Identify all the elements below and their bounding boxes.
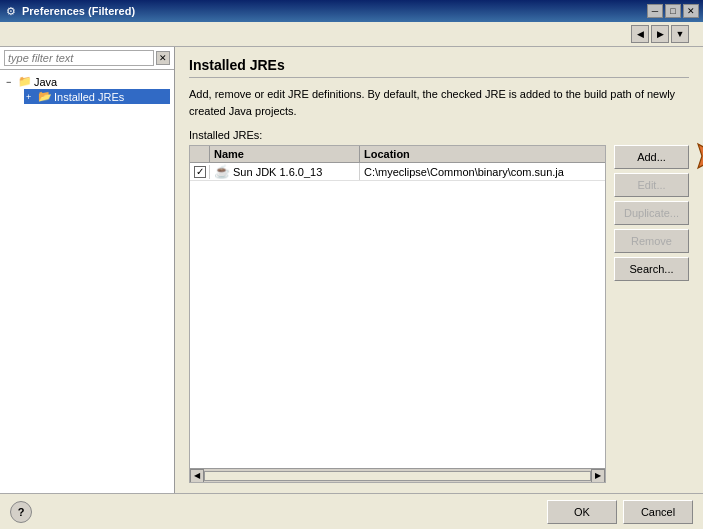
left-panel: ✕ − 📁 Java + 📂 Installed JREs — [0, 47, 175, 493]
th-checkbox — [190, 146, 210, 162]
panel-title: Installed JREs — [189, 57, 689, 78]
td-checkbox[interactable]: ✓ — [190, 165, 210, 179]
edit-button-label: Edit... — [637, 179, 665, 191]
nav-dropdown-button[interactable]: ▼ — [671, 25, 689, 43]
content-area: ✕ − 📁 Java + 📂 Installed JREs I — [0, 47, 703, 493]
filter-clear-button[interactable]: ✕ — [156, 51, 170, 65]
title-bar-controls: ─ □ ✕ — [647, 4, 699, 18]
jre-section: Name Location ✓ ☕ Sun JDK 1.6.0_13 — [189, 145, 689, 483]
top-nav-bar: ◀ ▶ ▼ — [0, 22, 703, 47]
duplicate-button-label: Duplicate... — [624, 207, 679, 219]
hscroll-bar[interactable] — [204, 471, 591, 481]
edit-button[interactable]: Edit... — [614, 173, 689, 197]
filter-input[interactable] — [4, 50, 154, 66]
add-button-label: Add... — [637, 151, 666, 163]
svg-marker-0 — [698, 144, 703, 168]
td-location: C:\myeclipse\Common\binary\com.sun.ja — [360, 165, 605, 179]
java-expander: − — [6, 77, 16, 87]
close-button[interactable]: ✕ — [683, 4, 699, 18]
button-column: Add... Edit... Duplicate... — [614, 145, 689, 483]
hscroll-left-button[interactable]: ◀ — [190, 469, 204, 483]
jre-table: Name Location ✓ ☕ Sun JDK 1.6.0_13 — [189, 145, 606, 483]
jre-name-text: Sun JDK 1.6.0_13 — [233, 166, 322, 178]
java-label: Java — [34, 76, 57, 88]
window-body: ◀ ▶ ▼ ✕ − 📁 Java + 📂 Installed — [0, 22, 703, 529]
add-arrow-indicator — [690, 142, 703, 172]
panel-description: Add, remove or edit JRE definitions. By … — [189, 86, 689, 119]
hscroll-row: ◀ ▶ — [190, 468, 605, 482]
installed-jres-icon: 📂 — [38, 90, 52, 103]
search-button-label: Search... — [629, 263, 673, 275]
preferences-icon: ⚙ — [4, 4, 18, 18]
th-location: Location — [360, 146, 605, 162]
maximize-button[interactable]: □ — [665, 4, 681, 18]
bottom-right-buttons: OK Cancel — [547, 500, 693, 524]
tree-area: − 📁 Java + 📂 Installed JREs — [0, 70, 174, 493]
table-body: ✓ ☕ Sun JDK 1.6.0_13 C:\myeclipse\Common… — [190, 163, 605, 468]
th-name: Name — [210, 146, 360, 162]
title-bar-left: ⚙ Preferences (Filtered) — [4, 4, 135, 18]
cancel-button[interactable]: Cancel — [623, 500, 693, 524]
installed-jres-label: Installed JREs — [54, 91, 124, 103]
search-button[interactable]: Search... — [614, 257, 689, 281]
java-folder-icon: 📁 — [18, 75, 32, 88]
installed-jres-label: Installed JREs: — [189, 129, 689, 141]
duplicate-button[interactable]: Duplicate... — [614, 201, 689, 225]
back-button[interactable]: ◀ — [631, 25, 649, 43]
ok-button[interactable]: OK — [547, 500, 617, 524]
filter-box: ✕ — [0, 47, 174, 70]
td-name: ☕ Sun JDK 1.6.0_13 — [210, 163, 360, 180]
jre-icon: ☕ — [214, 164, 230, 179]
right-panel: Installed JREs Add, remove or edit JRE d… — [175, 47, 703, 493]
checkbox-checked: ✓ — [194, 166, 206, 178]
forward-button[interactable]: ▶ — [651, 25, 669, 43]
minimize-button[interactable]: ─ — [647, 4, 663, 18]
tree-java-children: + 📂 Installed JREs — [4, 89, 170, 104]
tree-item-installed-jres[interactable]: + 📂 Installed JREs — [24, 89, 170, 104]
tree-item-java[interactable]: − 📁 Java — [4, 74, 170, 89]
installed-jres-expander: + — [26, 92, 36, 102]
remove-button-label: Remove — [631, 235, 672, 247]
help-button[interactable]: ? — [10, 501, 32, 523]
table-row[interactable]: ✓ ☕ Sun JDK 1.6.0_13 C:\myeclipse\Common… — [190, 163, 605, 181]
hscroll-right-button[interactable]: ▶ — [591, 469, 605, 483]
title-bar-title: Preferences (Filtered) — [22, 5, 135, 17]
add-button[interactable]: Add... — [614, 145, 689, 169]
title-bar: ⚙ Preferences (Filtered) ─ □ ✕ — [0, 0, 703, 22]
bottom-bar: ? OK Cancel — [0, 493, 703, 529]
table-header: Name Location — [190, 146, 605, 163]
remove-button[interactable]: Remove — [614, 229, 689, 253]
